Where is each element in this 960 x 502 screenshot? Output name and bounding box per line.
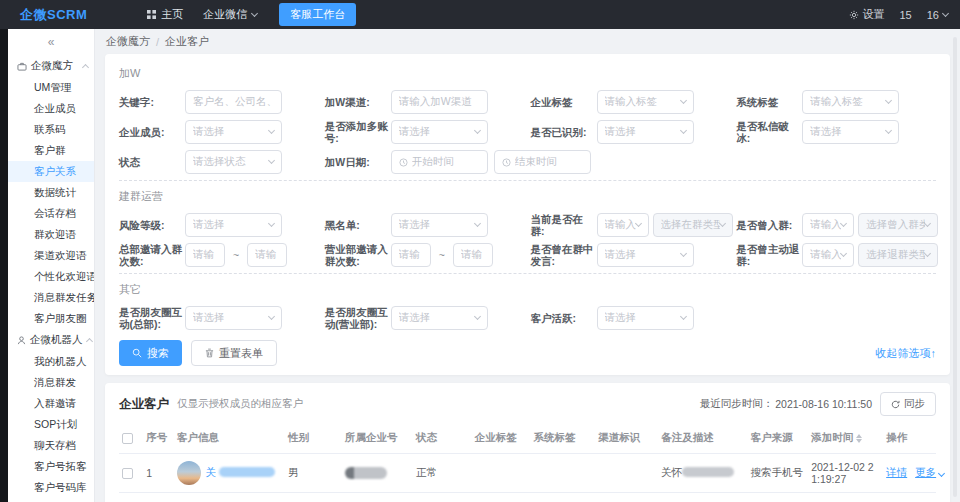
field-label: 加W日期:	[325, 156, 391, 168]
sidebar-item-sop-plan[interactable]: SOP计划	[8, 414, 94, 435]
last-sync-time: 2021-08-16 10:11:50	[775, 398, 872, 410]
search-icon	[132, 348, 142, 358]
sidebar-item-mass-message-task[interactable]: 消息群发任务	[8, 287, 94, 308]
sys-tag-select[interactable]: 请输入标签	[802, 90, 899, 114]
avatar	[177, 461, 201, 485]
sidebar-item-account-number-pool[interactable]: 客户号码库	[8, 477, 94, 498]
customer-table-card: 企业客户 仅显示授权成员的相应客户 最近同步时间：2021-08-16 10:1…	[105, 383, 950, 502]
nav-home-label: 主页	[161, 7, 183, 22]
keyword-input[interactable]: 客户名、公司名、备注	[185, 90, 282, 114]
clock-icon	[399, 158, 408, 167]
spoke-select[interactable]: 请选择	[597, 243, 694, 267]
quit-group-type-select[interactable]: 选择退群类型	[858, 243, 938, 267]
select-all-checkbox[interactable]	[122, 433, 133, 444]
chevron-down-icon	[885, 127, 892, 134]
sidebar-collapse-button[interactable]: «	[8, 29, 94, 55]
sidebar-item-session-archive[interactable]: 会话存档	[8, 203, 94, 224]
workbench-button[interactable]: 客服工作台	[279, 3, 356, 26]
filter-field-identified: 是否已识别: 请选择	[531, 120, 731, 144]
field-label: 黑名单:	[325, 219, 391, 231]
field-label: 是否添加多账号:	[325, 120, 391, 144]
sidebar-item-account-prospecting[interactable]: 客户号拓客	[8, 456, 94, 477]
chevron-down-icon	[474, 220, 481, 227]
col-corp-tag: 企业标签	[472, 423, 531, 454]
detail-link[interactable]: 详情	[886, 466, 907, 478]
chevron-down-icon	[679, 127, 686, 134]
collapse-filters-link[interactable]: 收起筛选项↑	[876, 346, 937, 361]
icebreak-select[interactable]: 请选择	[802, 120, 899, 144]
in-group-type-select[interactable]: 选择在群类型	[653, 213, 733, 237]
sidebar-item-chat-archive[interactable]: 聊天存档	[8, 435, 94, 456]
user-menu[interactable]: 16	[927, 9, 948, 21]
moments-hq-select[interactable]: 请选择	[185, 306, 282, 330]
sidebar-item-um-management[interactable]: UM管理	[8, 77, 94, 98]
branch-invites-max-input[interactable]: 请输	[453, 243, 493, 267]
sidebar-group-label: 企微机器人	[30, 333, 83, 347]
multi-account-select[interactable]: 请选择	[391, 120, 488, 144]
sidebar-item-company-members[interactable]: 企业成员	[8, 98, 94, 119]
sidebar-item-customer-groups[interactable]: 客户群	[8, 140, 94, 161]
cell-remark: 关怀	[658, 454, 747, 493]
quit-group-select[interactable]: 请输入	[802, 243, 854, 267]
filter-card: 加W 关键字: 客户名、公司名、备注 加W渠道: 请输入加W渠道 企业标签 请输…	[105, 54, 950, 375]
caret-down-icon	[942, 9, 949, 16]
scrollbar[interactable]	[953, 37, 957, 497]
settings-button[interactable]: 设置	[849, 7, 885, 22]
table-header-row: 序号 客户信息 性别 所属企业号 状态 企业标签 系统标签 渠道标识 备注及描述…	[119, 423, 936, 454]
risk-select[interactable]: 请选择	[185, 213, 282, 237]
moments-branch-select[interactable]: 请选择	[391, 306, 488, 330]
filter-field-ever-group: 是否曾入群: 请输入 选择曾入群类型	[736, 213, 936, 237]
sync-button[interactable]: 同步	[880, 392, 936, 416]
hq-invites-min-input[interactable]: 请输	[185, 243, 225, 267]
sidebar: « 企微魔方 UM管理 企业成员 联系码 客户群 客户关系 数据统计 会话存档 …	[8, 29, 95, 502]
field-label: 总部邀请入群次数:	[119, 243, 185, 267]
table-row: 1 关 男 正常 关怀 搜索手机号 2021-12-02	[119, 454, 936, 493]
channel-input[interactable]: 请输入加W渠道	[391, 90, 488, 114]
status-select[interactable]: 请选择状态	[185, 150, 282, 174]
blacklist-select[interactable]: 请选择	[391, 213, 488, 237]
hq-invites-max-input[interactable]: 请输	[247, 243, 287, 267]
chevron-down-icon	[679, 97, 686, 104]
nav-home[interactable]: 主页	[147, 7, 183, 22]
sidebar-item-mass-message[interactable]: 消息群发	[8, 372, 94, 393]
filter-field-quit-group: 是否曾主动退群: 请输入 选择退群类型	[736, 243, 936, 267]
sidebar-item-channel-welcome[interactable]: 渠道欢迎语	[8, 245, 94, 266]
end-date-input[interactable]: 结束时间	[494, 150, 591, 174]
ever-group-select[interactable]: 请输入	[802, 213, 854, 237]
customer-active-select[interactable]: 请选择	[597, 306, 694, 330]
customer-name-link[interactable]: 关	[206, 466, 275, 480]
sidebar-group-wecom-cube[interactable]: 企微魔方	[8, 55, 94, 77]
sort-icon[interactable]	[856, 434, 862, 443]
more-link[interactable]: 更多	[915, 466, 936, 478]
ever-group-type-select[interactable]: 选择曾入群类型	[858, 213, 938, 237]
sidebar-item-my-robot[interactable]: 我的机器人	[8, 351, 94, 372]
chevron-down-icon	[268, 127, 275, 134]
sidebar-item-group-welcome[interactable]: 群欢迎语	[8, 224, 94, 245]
search-button[interactable]: 搜索	[119, 340, 182, 366]
gear-icon	[849, 10, 859, 20]
branch-invites-min-input[interactable]: 请输	[391, 243, 431, 267]
breadcrumb-parent[interactable]: 企微魔方	[106, 34, 150, 49]
col-added-time[interactable]: 添加时间	[808, 423, 883, 454]
nav-wecom[interactable]: 企业微信	[203, 7, 257, 22]
filter-field-spoke: 是否曾在群中发言: 请选择	[531, 243, 731, 267]
corp-tag-select[interactable]: 请输入标签	[597, 90, 694, 114]
reset-form-button[interactable]: 重置表单	[191, 340, 277, 366]
sidebar-item-contact-code[interactable]: 联系码	[8, 119, 94, 140]
sidebar-item-customer-relations[interactable]: 客户关系	[8, 161, 94, 182]
sidebar-group-wecom-robot[interactable]: 企微机器人	[8, 329, 94, 351]
sidebar-item-data-statistics[interactable]: 数据统计	[8, 182, 94, 203]
chevron-up-icon	[82, 63, 89, 70]
field-label: 企业标签	[531, 96, 597, 108]
identified-select[interactable]: 请选择	[597, 120, 694, 144]
notification-badge[interactable]: 15	[900, 9, 912, 21]
range-tilde: ~	[233, 249, 239, 261]
sidebar-item-customer-moments[interactable]: 客户朋友圈	[8, 308, 94, 329]
main-content: 企微魔方 / 企业客户 加W 关键字: 客户名、公司名、备注 加W渠道: 请输入…	[95, 29, 960, 502]
sidebar-item-personalized-welcome[interactable]: 个性化欢迎语	[8, 266, 94, 287]
sidebar-item-group-invite[interactable]: 入群邀请	[8, 393, 94, 414]
row-checkbox[interactable]	[122, 468, 133, 479]
in-group-select[interactable]: 请输入	[597, 213, 649, 237]
start-date-input[interactable]: 开始时间	[391, 150, 488, 174]
member-select[interactable]: 请选择	[185, 120, 282, 144]
